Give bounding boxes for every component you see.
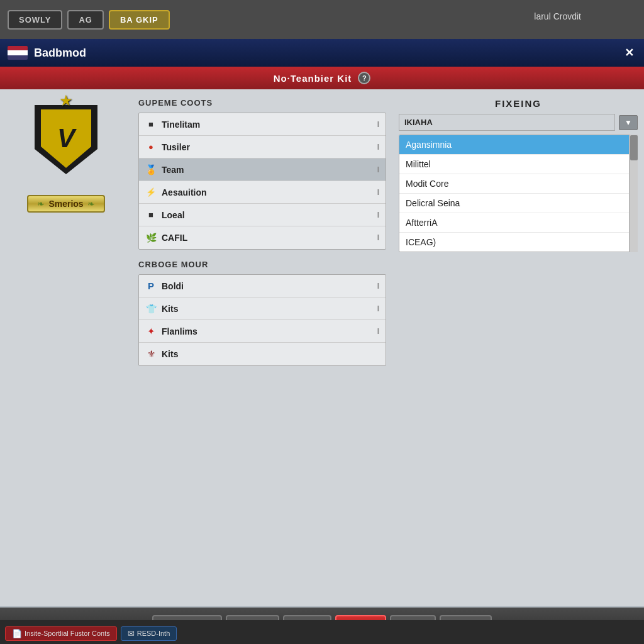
tusiler-label: Tusiler [162,142,372,152]
aesauition-arrow: I [377,188,379,197]
star-icon: ★ [59,92,73,109]
option-delicral-seina[interactable]: Delicral Seina [399,194,637,213]
kits2-icon: ⚜ [145,348,157,360]
option-agansimnia[interactable]: Agansimnia [399,135,637,155]
left-panel: ★ V ❧ Smerios ❧ [0,89,132,606]
kits1-icon: 👕 [145,303,157,314]
menu-item-kits2[interactable]: ⚜ Kits [139,343,386,365]
loeal-arrow: I [377,211,379,219]
svg-text:V: V [57,123,77,153]
option-modit-core[interactable]: Modit Core [399,174,637,194]
top-bar: SOWLY AG BA GKIP larul Crovdit [0,0,644,39]
option-iceag[interactable]: ICEAG) [399,233,637,252]
right-panel: FIXEING IKIAHA ▼ Agansimnia Milittel Mod… [392,89,644,606]
top-btn-ba[interactable]: BA GKIP [109,10,170,30]
dialog-title: Badbmod [34,47,615,60]
badge-leaf-right: ❧ [87,199,95,209]
subtitle-help-icon[interactable]: ? [358,72,370,84]
dropdown-arrow-btn[interactable]: ▼ [619,115,638,130]
menu-item-flanlims[interactable]: ✦ Flanlims I [139,320,386,343]
top-btn-sowly[interactable]: SOWLY [8,10,62,30]
taskbar-item-2[interactable]: ✉ RESD-Inth [121,626,177,641]
close-button[interactable]: ✕ [621,45,636,60]
taskbar-icon-2: ✉ [128,629,135,638]
dropdown-row: IKIAHA ▼ [399,114,638,131]
tinelitam-arrow: I [377,120,379,129]
menu-item-tusiler[interactable]: ● Tusiler I [139,136,386,158]
kits1-arrow: I [377,304,379,313]
flanlims-icon: ✦ [145,326,157,337]
dialog-content: ★ V ❧ Smerios ❧ GUPEME COOTS ■ Tinelitam [0,89,644,606]
middle-panel: GUPEME COOTS ■ Tinelitam I ● Tusiler I 🏅… [132,89,392,606]
top-right-text: larul Crovdit [534,11,581,21]
menu-item-aesauition[interactable]: ⚡ Aesauition I [139,181,386,204]
menu-item-loeal[interactable]: ■ Loeal I [139,204,386,226]
boldi-label: Boldi [162,281,372,291]
flanlims-label: Flanlims [162,326,372,336]
top-btn-ag[interactable]: AG [67,10,104,30]
fixing-title: FIXEING [399,98,638,109]
flanlims-arrow: I [377,327,379,336]
right-section-header: CRBOGE MOUR [138,260,386,269]
team-icon: 🏅 [145,164,157,175]
right-menu-list: P Boldi I 👕 Kits I ✦ Flanlims I ⚜ Kits [138,274,386,366]
menu-item-boldi[interactable]: P Boldi I [139,275,386,297]
flag-icon [8,46,28,60]
options-list: Agansimnia Milittel Modit Core Delicral … [399,135,638,252]
subtitle-text: No·Teanbier Kit [274,73,352,84]
left-menu-list: ■ Tinelitam I ● Tusiler I 🏅 Team I ⚡ Aes… [138,113,386,250]
loeal-label: Loeal [162,210,372,220]
cafil-icon: 🌿 [145,232,157,243]
tinelitam-label: Tinelitam [162,119,372,130]
cafil-arrow: I [377,233,379,242]
tinelitam-icon: ■ [145,119,157,130]
menu-item-cafil[interactable]: 🌿 CAFIL I [139,226,386,249]
badge-name: Smerios [48,199,83,209]
kits1-label: Kits [162,304,372,314]
taskbar: 📄 Insite-Sportlial Fustor Conts ✉ RESD-I… [0,620,644,644]
boldi-arrow: I [377,282,379,291]
aesauition-label: Aesauition [162,187,372,197]
left-section-header: GUPEME COOTS [138,98,386,108]
cafil-label: CAFIL [162,233,372,243]
loeal-icon: ■ [145,209,157,221]
taskbar-icon-1: 📄 [12,629,22,638]
boldi-icon: P [145,280,157,292]
taskbar-label-2: RESD-Inth [137,630,170,637]
shield-svg: V [31,102,101,177]
menu-item-tinelitam[interactable]: ■ Tinelitam I [139,113,386,136]
main-dialog: Badbmod ✕ No·Teanbier Kit ? ★ V ❧ Smerio… [0,39,644,606]
option-aftterria[interactable]: AftterriA [399,213,637,233]
kits2-label: Kits [162,349,374,359]
dropdown-label[interactable]: IKIAHA [399,114,615,131]
scrollbar-track[interactable] [629,135,638,252]
badge-leaf-left: ❧ [37,199,45,209]
dialog-titlebar: Badbmod ✕ [0,39,644,67]
taskbar-item-1[interactable]: 📄 Insite-Sportlial Fustor Conts [5,626,117,641]
team-label: Team [162,165,372,175]
team-arrow: I [377,165,379,174]
team-logo: ★ V [31,102,101,184]
tusiler-arrow: I [377,143,379,152]
option-milittel[interactable]: Milittel [399,155,637,174]
scrollbar-thumb[interactable] [630,135,638,160]
dialog-subtitle-bar: No·Teanbier Kit ? [0,67,644,89]
menu-item-team[interactable]: 🏅 Team I [139,158,386,181]
menu-item-kits1[interactable]: 👕 Kits I [139,297,386,320]
aesauition-icon: ⚡ [145,187,157,198]
options-container: Agansimnia Milittel Modit Core Delicral … [399,135,638,252]
team-badge: ❧ Smerios ❧ [27,195,104,213]
taskbar-label-1: Insite-Sportlial Fustor Conts [25,630,110,637]
tusiler-icon: ● [145,142,157,153]
